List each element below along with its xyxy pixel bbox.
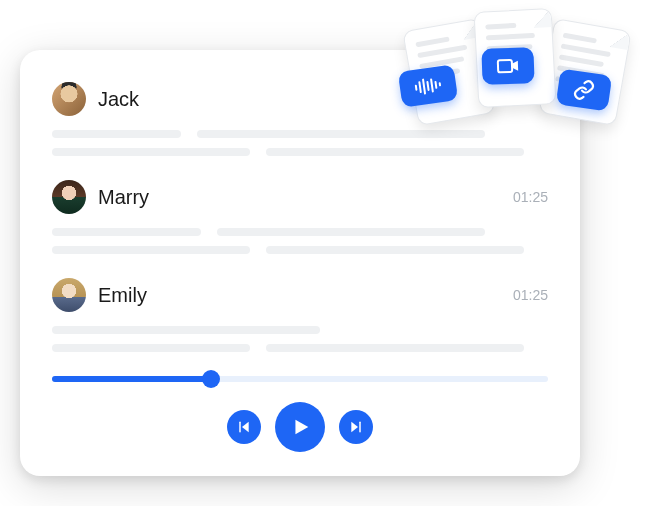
audio-progress-fill [52, 376, 211, 382]
audio-progress-thumb[interactable] [202, 370, 220, 388]
svg-line-7 [423, 80, 425, 94]
text-line [266, 246, 524, 254]
text-line [266, 148, 524, 156]
avatar[interactable] [52, 180, 86, 214]
svg-line-5 [416, 86, 417, 90]
speaker-name: Jack [98, 88, 139, 111]
link-icon [572, 78, 597, 103]
timestamp: 01:25 [513, 189, 548, 205]
text-line [217, 228, 485, 236]
text-line [52, 246, 250, 254]
entry-header: Emily 01:25 [52, 278, 548, 312]
speaker-name: Emily [98, 284, 147, 307]
link-attachment-badge[interactable] [556, 69, 613, 112]
entry-header: Marry 01:25 [52, 180, 548, 214]
text-line [52, 228, 201, 236]
video-icon [496, 57, 521, 76]
next-track-button[interactable] [339, 410, 373, 444]
svg-line-10 [436, 82, 437, 88]
text-line [52, 148, 250, 156]
transcript-placeholder-lines [52, 326, 548, 352]
doc-line [485, 23, 516, 30]
play-icon [289, 416, 311, 438]
svg-marker-0 [242, 422, 249, 433]
audio-progress-track[interactable] [52, 376, 548, 382]
transcript-entry: Emily 01:25 [52, 278, 548, 352]
text-line [52, 130, 181, 138]
avatar[interactable] [52, 82, 86, 116]
transcript-entry: Marry 01:25 [52, 180, 548, 254]
entry-left: Emily [52, 278, 147, 312]
player-controls [52, 402, 548, 452]
avatar[interactable] [52, 278, 86, 312]
speaker-name: Marry [98, 186, 149, 209]
skip-previous-icon [236, 419, 252, 435]
svg-line-8 [427, 82, 428, 90]
transcript-placeholder-lines [52, 228, 548, 254]
doc-line [415, 37, 449, 48]
svg-rect-12 [498, 60, 512, 72]
audio-waveform-icon [412, 75, 444, 97]
svg-line-9 [431, 80, 433, 92]
svg-marker-3 [351, 422, 358, 433]
text-line [266, 344, 524, 352]
timestamp: 01:25 [513, 287, 548, 303]
doc-line [559, 54, 604, 67]
entry-left: Marry [52, 180, 149, 214]
svg-line-6 [419, 82, 420, 92]
svg-marker-2 [295, 420, 308, 435]
doc-line [563, 33, 597, 44]
skip-next-icon [348, 419, 364, 435]
doc-line [486, 33, 535, 41]
entry-left: Jack [52, 82, 139, 116]
play-button[interactable] [275, 402, 325, 452]
text-line [52, 344, 250, 352]
attachments-cluster [406, 6, 646, 146]
text-line [52, 326, 320, 334]
video-attachment-badge[interactable] [481, 47, 534, 85]
previous-track-button[interactable] [227, 410, 261, 444]
